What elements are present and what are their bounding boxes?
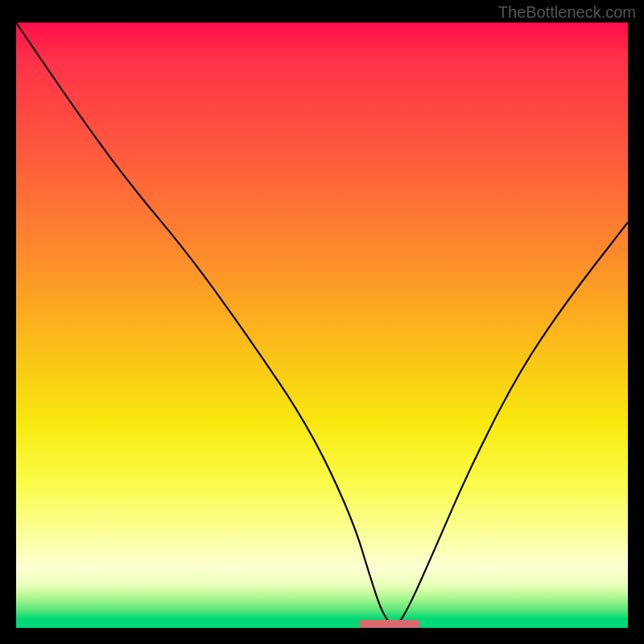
bottleneck-curve-path	[16, 23, 628, 624]
chart-container: TheBottleneck.com	[0, 0, 644, 644]
watermark-text: TheBottleneck.com	[498, 3, 636, 22]
plot-area	[16, 23, 628, 628]
optimal-marker	[359, 620, 420, 628]
chart-line	[16, 23, 628, 628]
